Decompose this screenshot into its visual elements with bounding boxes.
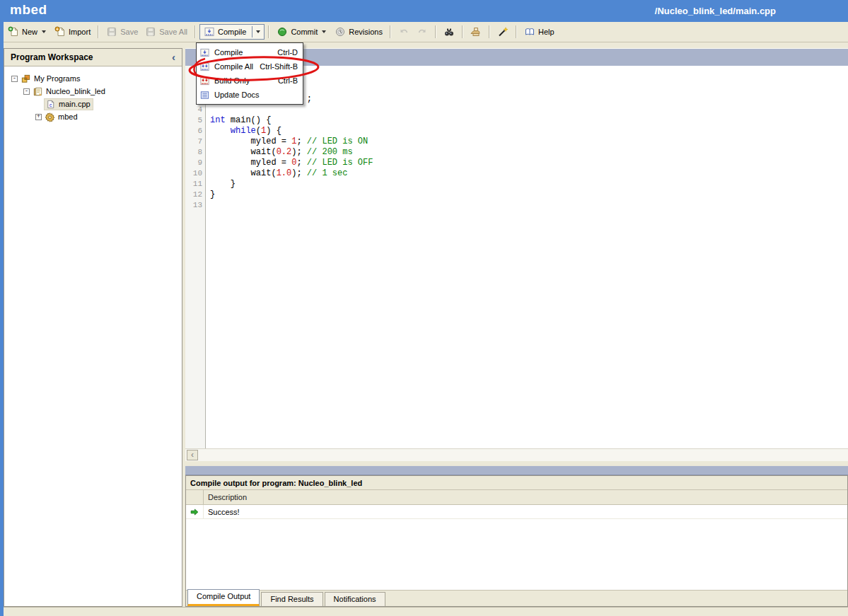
line-number: 4 (185, 105, 205, 115)
revisions-button[interactable]: Revisions (331, 25, 386, 39)
import-icon (54, 26, 66, 37)
menu-item-shortcut: Ctrl-Shift-B (260, 62, 298, 71)
compile-output-title: Compile output for program: Nucleo_blink… (186, 476, 847, 490)
fix-button[interactable] (494, 25, 512, 39)
menu-item-build-only[interactable]: Build OnlyCtrl-B (197, 74, 303, 88)
save-all-label: Save All (159, 28, 187, 36)
menu-item-label: Build Only (214, 76, 274, 85)
output-column-header: Description (186, 490, 847, 505)
tree-item-main-cpp[interactable]: cmain.cpp (4, 98, 182, 110)
toolbar-separator (516, 25, 517, 38)
help-icon (524, 26, 535, 37)
panel-splitter[interactable] (185, 465, 848, 475)
workspace-tree: -My Programs-Nucleo_blink_ledcmain.cpp+m… (4, 66, 182, 123)
menu-item-update-docs[interactable]: Update Docs (197, 88, 303, 102)
menu-item-label: Update Docs (214, 91, 294, 99)
help-button[interactable]: Help (521, 25, 558, 39)
code-segment: ); (291, 147, 307, 157)
tab-compile-output[interactable]: Compile Output (187, 589, 260, 606)
row-status-cell (186, 505, 204, 518)
code-line: wait(0.2); // 200 ms (210, 147, 848, 158)
code-segment: int (210, 115, 226, 125)
my-programs-icon (21, 74, 31, 84)
output-row-text: Success! (204, 508, 240, 516)
save-all-icon (145, 26, 156, 37)
new-page-icon (8, 26, 19, 37)
code-text[interactable]: ;int main() { while(1) { myled = 1; // L… (207, 66, 848, 455)
tree-item-label: main.cpp (59, 100, 91, 108)
collapse-icon[interactable]: - (23, 88, 30, 95)
tree-item-my-programs[interactable]: -My Programs (4, 72, 182, 85)
commit-icon (277, 26, 288, 37)
code-segment: main() { (226, 115, 272, 125)
compile-dropdown-menu: CompileCtrl-DCompile AllCtrl-Shift-BBuil… (196, 42, 303, 105)
code-line: wait(1.0); // 1 sec (210, 168, 848, 179)
tab-find-results[interactable]: Find Results (261, 592, 323, 606)
output-row[interactable]: Success! (186, 505, 847, 519)
code-segment: ( (256, 126, 261, 136)
code-segment: 0.2 (277, 147, 292, 157)
collapse-icon[interactable]: - (11, 76, 18, 82)
import-button[interactable]: Import (51, 25, 94, 39)
toolbar-separator (462, 25, 463, 38)
program-workspace-panel: Program Workspace ‹ -My Programs-Nucleo_… (4, 48, 182, 607)
code-line: myled = 0; // LED is OFF (210, 158, 848, 168)
format-icon (470, 26, 482, 37)
expand-icon[interactable]: + (35, 114, 42, 120)
build-only-icon (199, 76, 210, 86)
line-number: 13 (185, 200, 205, 211)
code-segment: while (231, 126, 256, 136)
tab-label: Compile Output (197, 592, 250, 600)
menu-item-shortcut: Ctrl-D (277, 48, 298, 57)
mbed-compiler-window: mbed /Nucleo_blink_led/main.cpp NewImpor… (0, 0, 848, 616)
code-segment: // LED is ON (307, 136, 368, 146)
commit-label: Commit (291, 28, 318, 36)
line-number: 7 (185, 136, 205, 147)
code-segment: myled = (210, 158, 291, 168)
line-number: 5 (185, 115, 205, 126)
revisions-icon (335, 26, 346, 37)
compile-output-panel: Compile output for program: Nucleo_blink… (185, 475, 848, 607)
code-segment: 1.0 (277, 168, 292, 178)
tree-item-mbed[interactable]: +mbed (4, 110, 182, 123)
save-icon (106, 26, 117, 37)
code-line (210, 200, 848, 211)
line-number: 6 (185, 126, 205, 136)
revisions-label: Revisions (349, 28, 383, 36)
chevron-down-icon[interactable] (40, 30, 47, 33)
commit-button[interactable]: Commit (273, 25, 331, 39)
collapse-sidebar-icon[interactable]: ‹ (172, 54, 175, 61)
toolbar-separator (268, 25, 269, 38)
program-workspace-header: Program Workspace ‹ (4, 49, 182, 66)
scroll-left-icon[interactable]: ‹ (187, 450, 198, 460)
code-segment: ; (296, 136, 306, 146)
tab-notifications[interactable]: Notifications (325, 592, 385, 606)
chevron-down-icon[interactable] (320, 30, 327, 33)
tree-item-nucleo-blink-led[interactable]: -Nucleo_blink_led (4, 85, 182, 98)
toolbar-separator (194, 25, 196, 38)
find-button[interactable] (440, 25, 458, 39)
code-editor[interactable]: 12345678910111213 ;int main() { while(1)… (185, 66, 848, 461)
compile-menu-icon (199, 47, 210, 58)
code-line: while(1) { (210, 126, 848, 136)
selected-tree-item: cmain.cpp (45, 99, 93, 110)
code-segment: ; (296, 158, 306, 168)
open-file-path: /Nucleo_blink_led/main.cpp (655, 6, 776, 16)
redo-button (413, 25, 431, 39)
svg-text:c: c (50, 103, 52, 107)
code-line: int main() { (210, 115, 848, 126)
horizontal-scrollbar[interactable]: ‹ (185, 448, 848, 461)
menu-item-compile-all[interactable]: Compile AllCtrl-Shift-B (197, 59, 303, 74)
cpp-file-icon: c (45, 99, 56, 110)
new-button[interactable]: New (4, 25, 51, 39)
chevron-down-icon[interactable] (252, 26, 264, 37)
code-line: myled = 1; // LED is ON (210, 136, 848, 147)
toolbar: NewImportSaveSave AllCompileCommitRevisi… (0, 22, 848, 42)
program-folder-icon (33, 86, 43, 97)
code-line (210, 105, 848, 115)
menu-item-compile[interactable]: CompileCtrl-D (197, 45, 303, 59)
code-segment: ); (291, 168, 307, 178)
format-button[interactable] (467, 25, 485, 39)
compile-button[interactable]: Compile (199, 24, 265, 40)
toolbar-separator (390, 25, 391, 38)
